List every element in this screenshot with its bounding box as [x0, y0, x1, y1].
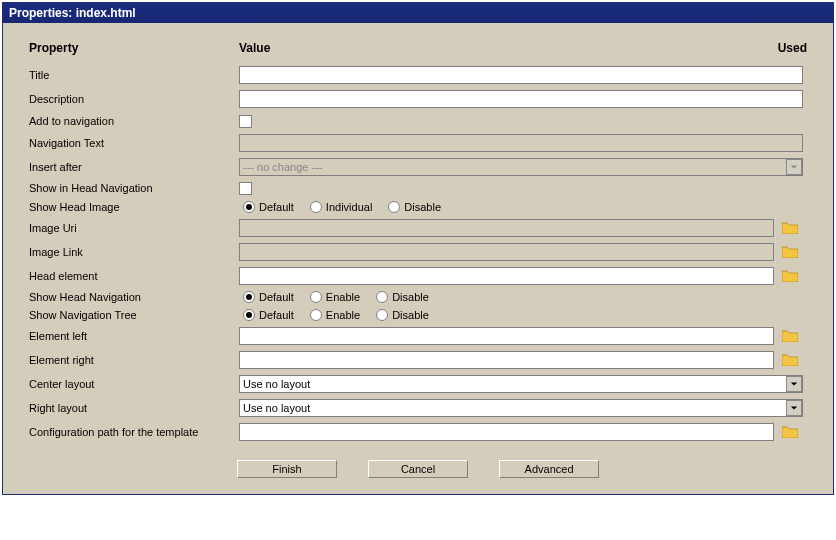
radio-nav-tree-disable[interactable]	[376, 309, 388, 321]
center-layout-select[interactable]: Use no layout	[239, 375, 803, 393]
radio-head-nav-default[interactable]	[243, 291, 255, 303]
label-show-head-image: Show Head Image	[29, 198, 239, 216]
col-value: Value	[239, 41, 778, 63]
label-config-path: Configuration path for the template	[29, 420, 239, 444]
label-title: Title	[29, 63, 239, 87]
radio-head-image-default[interactable]	[243, 201, 255, 213]
label-image-uri: Image Uri	[29, 216, 239, 240]
radio-head-nav-enable[interactable]	[310, 291, 322, 303]
element-right-input[interactable]	[239, 351, 774, 369]
label-description: Description	[29, 87, 239, 111]
description-input[interactable]	[239, 90, 803, 108]
image-link-input	[239, 243, 774, 261]
label-image-link: Image Link	[29, 240, 239, 264]
label-element-right: Element right	[29, 348, 239, 372]
insert-after-value: --- no change ---	[239, 158, 803, 176]
insert-after-select: --- no change ---	[239, 158, 803, 176]
chevron-down-icon	[786, 159, 802, 175]
folder-icon[interactable]	[782, 269, 798, 282]
head-element-input[interactable]	[239, 267, 774, 285]
chevron-down-icon[interactable]	[786, 376, 802, 392]
radio-nav-tree-enable[interactable]	[310, 309, 322, 321]
properties-window: Properties: index.html Property Value Us…	[2, 2, 834, 495]
window-title: Properties: index.html	[3, 3, 833, 23]
cancel-button[interactable]: Cancel	[368, 460, 468, 478]
nav-text-input	[239, 134, 803, 152]
label-head-element: Head element	[29, 264, 239, 288]
show-head-nav-checkbox[interactable]	[239, 182, 252, 195]
label-insert-after: Insert after	[29, 155, 239, 179]
radio-head-image-disable[interactable]	[388, 201, 400, 213]
title-input[interactable]	[239, 66, 803, 84]
label-nav-text: Navigation Text	[29, 131, 239, 155]
show-head-image-radios: Default Individual Disable	[239, 201, 803, 213]
show-nav-tree-radios: Default Enable Disable	[239, 309, 803, 321]
radio-head-image-individual[interactable]	[310, 201, 322, 213]
properties-table: Property Value Used Title Description Ad…	[29, 41, 807, 444]
label-right-layout: Right layout	[29, 396, 239, 420]
label-show-head-navigation: Show Head Navigation	[29, 288, 239, 306]
right-layout-value: Use no layout	[239, 399, 803, 417]
add-nav-checkbox[interactable]	[239, 115, 252, 128]
show-head-navigation-radios: Default Enable Disable	[239, 291, 803, 303]
chevron-down-icon[interactable]	[786, 400, 802, 416]
folder-icon[interactable]	[782, 329, 798, 342]
label-add-nav: Add to navigation	[29, 111, 239, 131]
advanced-button[interactable]: Advanced	[499, 460, 599, 478]
col-used: Used	[778, 41, 807, 63]
radio-nav-tree-default[interactable]	[243, 309, 255, 321]
window-content: Property Value Used Title Description Ad…	[3, 23, 833, 494]
element-left-input[interactable]	[239, 327, 774, 345]
folder-icon[interactable]	[782, 221, 798, 234]
label-show-head-nav-chk: Show in Head Navigation	[29, 179, 239, 199]
radio-head-nav-disable[interactable]	[376, 291, 388, 303]
finish-button[interactable]: Finish	[237, 460, 337, 478]
col-property: Property	[29, 41, 239, 63]
image-uri-input	[239, 219, 774, 237]
label-show-nav-tree: Show Navigation Tree	[29, 306, 239, 324]
label-element-left: Element left	[29, 324, 239, 348]
folder-icon[interactable]	[782, 245, 798, 258]
center-layout-value: Use no layout	[239, 375, 803, 393]
config-path-input[interactable]	[239, 423, 774, 441]
folder-icon[interactable]	[782, 353, 798, 366]
folder-icon[interactable]	[782, 425, 798, 438]
right-layout-select[interactable]: Use no layout	[239, 399, 803, 417]
button-bar: Finish Cancel Advanced	[29, 444, 807, 480]
label-center-layout: Center layout	[29, 372, 239, 396]
